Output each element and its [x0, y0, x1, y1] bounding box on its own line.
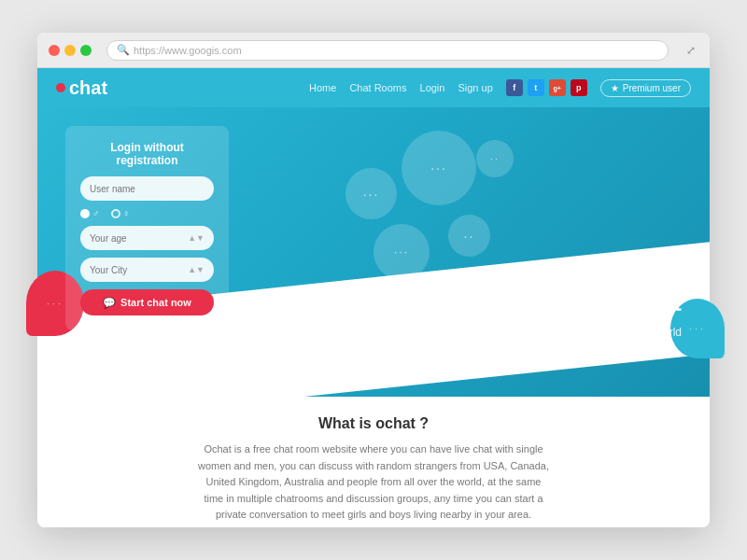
hero-title-line2: Free live chat [527, 288, 682, 316]
facebook-icon[interactable]: f [506, 79, 523, 96]
hero-title: ochat Free live chat [416, 263, 682, 316]
gender-male[interactable]: ♂ [80, 208, 100, 218]
content-heading: What is ochat ? [65, 415, 682, 432]
dot-yellow[interactable] [64, 45, 76, 56]
premium-button[interactable]: ★ Premium user [600, 79, 691, 97]
star-icon: ★ [611, 83, 619, 93]
start-chat-label: Start chat now [120, 297, 191, 308]
nav: Home Chat Rooms Login Sign up f t g+ p ★… [309, 79, 691, 97]
gender-row: ♂ ♀ [80, 208, 214, 218]
radio-male[interactable] [80, 209, 90, 218]
nav-signup[interactable]: Sign up [458, 82, 492, 93]
browser-window: 🔍 https://www.googis.com ⤢ chat Home Cha… [37, 33, 710, 527]
social-icons: f t g+ p [506, 79, 587, 96]
hero-subtitle: Discuss with random strangers from all o… [416, 324, 682, 341]
form-title: Login without registration [80, 141, 214, 167]
female-symbol: ♀ [123, 208, 131, 218]
hero-section: Login without registration ♂ ♀ ▲▼ [37, 107, 710, 397]
twitter-icon[interactable]: t [528, 79, 544, 96]
bubble-5: ·· [476, 140, 514, 177]
logo-text: chat [69, 77, 107, 99]
address-text: https://www.googis.com [134, 45, 242, 56]
website: chat Home Chat Rooms Login Sign up f t g… [37, 68, 710, 527]
browser-chrome: 🔍 https://www.googis.com ⤢ [37, 33, 710, 68]
expand-icon[interactable]: ⤢ [684, 43, 698, 58]
age-arrow-icon: ▲▼ [188, 233, 204, 243]
dot-red[interactable] [49, 45, 60, 56]
site-header: chat Home Chat Rooms Login Sign up f t g… [37, 68, 710, 107]
login-form: Login without registration ♂ ♀ ▲▼ [65, 126, 229, 330]
male-symbol: ♂ [92, 208, 100, 218]
bubble-2: ··· [345, 168, 397, 219]
googleplus-icon[interactable]: g+ [549, 79, 566, 96]
start-chat-button[interactable]: 💬 Start chat now [80, 289, 214, 315]
pinterest-icon[interactable]: p [571, 79, 587, 96]
chat-icon: 💬 [103, 297, 116, 309]
nav-home[interactable]: Home [309, 82, 336, 93]
age-field-wrapper: ▲▼ [80, 226, 214, 250]
radio-female[interactable] [111, 209, 120, 218]
nav-login[interactable]: Login [420, 82, 445, 93]
dot-green[interactable] [80, 45, 92, 56]
gender-female[interactable]: ♀ [111, 208, 131, 218]
city-arrow-icon: ▲▼ [188, 265, 204, 274]
hero-title-line1: ochat [617, 262, 682, 290]
premium-label: Premium user [623, 83, 681, 93]
hero-text: ochat Free live chat Discuss with random… [416, 263, 682, 341]
content-section: What is ochat ? Ochat is a free chat roo… [37, 397, 710, 527]
address-bar[interactable]: 🔍 https://www.googis.com [106, 40, 669, 61]
logo: chat [56, 77, 107, 99]
search-icon: 🔍 [117, 44, 130, 56]
bubble-1: ··· [402, 131, 476, 205]
browser-dots [49, 45, 92, 56]
nav-chat-rooms[interactable]: Chat Rooms [349, 82, 406, 93]
city-field-wrapper: ▲▼ [80, 258, 214, 282]
bubble-3: ·· [448, 215, 490, 257]
content-body: Ochat is a free chat room website where … [196, 441, 551, 524]
logo-dot [56, 83, 65, 92]
username-input[interactable] [80, 176, 214, 201]
